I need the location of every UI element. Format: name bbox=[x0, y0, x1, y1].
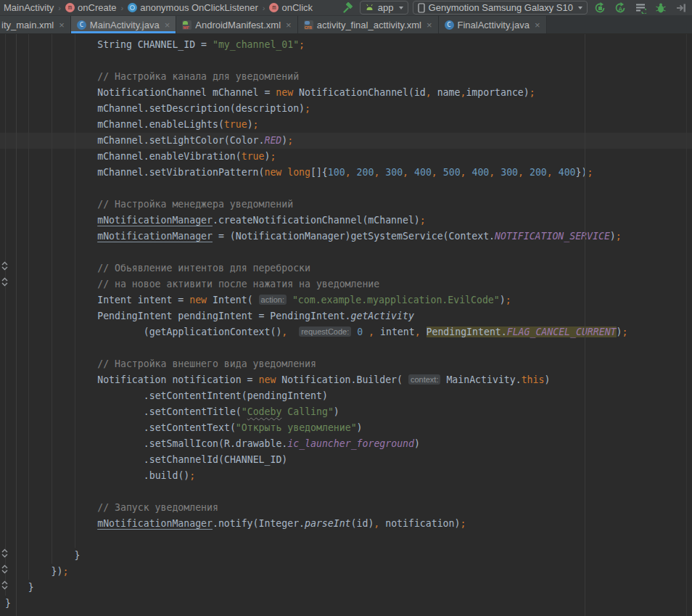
indent-guide bbox=[5, 34, 6, 596]
close-icon[interactable]: × bbox=[535, 20, 540, 30]
svg-text:A: A bbox=[618, 5, 623, 12]
breadcrumb-item-oncreate[interactable]: m onCreate bbox=[63, 2, 118, 13]
profiler-icon[interactable] bbox=[633, 1, 648, 15]
chevron-down-icon bbox=[399, 7, 403, 9]
right-margin-line bbox=[585, 34, 585, 616]
parameter-hint: action: bbox=[259, 295, 287, 305]
close-icon[interactable]: × bbox=[427, 20, 432, 30]
code-line[interactable]: .setContentIntent(pendingIntent) bbox=[0, 388, 692, 404]
tab-label: MainActivity.java bbox=[90, 20, 160, 30]
code-line[interactable]: Intent intent = new Intent( action: "com… bbox=[0, 292, 692, 308]
debug-icon[interactable] bbox=[653, 1, 669, 15]
code-line[interactable] bbox=[0, 245, 692, 260]
navigation-bar: MainActivity › m onCreate › anonymous On… bbox=[0, 0, 692, 16]
code-line[interactable]: mChannel.enableVibration(true); bbox=[0, 149, 692, 165]
fold-marker-icon[interactable] bbox=[1, 564, 9, 578]
chevron-down-icon bbox=[578, 7, 582, 9]
close-icon[interactable]: × bbox=[286, 20, 292, 30]
build-hammer-icon[interactable] bbox=[339, 1, 355, 15]
code-line[interactable]: PendingIntent pendingIntent = PendingInt… bbox=[0, 308, 692, 324]
gutter-border bbox=[16, 34, 17, 616]
code-line[interactable]: // на новое активити после нажатия на ув… bbox=[0, 276, 692, 292]
code-line[interactable]: .setContentText("Открыть уведомление") bbox=[0, 420, 692, 436]
code-line[interactable]: mChannel.setVibrationPattern(new long[]{… bbox=[0, 165, 692, 181]
layout-xml-icon bbox=[304, 20, 313, 30]
code-line[interactable]: Notification notification = new Notifica… bbox=[0, 372, 692, 388]
code-line[interactable]: } bbox=[0, 596, 692, 612]
tab-finalacttivity-java[interactable]: C FinalActtivity.java × bbox=[439, 16, 547, 33]
breadcrumb-item-onclick[interactable]: m onClick bbox=[267, 2, 315, 13]
tab-label: AndroidManifest.xml bbox=[195, 20, 281, 30]
tab-activity-final-acttivity-xml[interactable]: activity_final_acttivity.xml × bbox=[298, 16, 439, 33]
code-line[interactable]: mNotificationManager.notify(Integer.pars… bbox=[0, 516, 692, 532]
indent-guide bbox=[28, 34, 29, 580]
breadcrumb-label: anonymous OnClickListener bbox=[140, 2, 258, 13]
code-area[interactable]: String CHANNEL_ID = "my_channel_01";// Н… bbox=[0, 34, 692, 612]
code-line[interactable] bbox=[0, 181, 692, 197]
run-configuration-label: app bbox=[378, 2, 394, 13]
code-line[interactable]: .setContentTitle("Codeby Calling") bbox=[0, 404, 692, 420]
code-line[interactable]: // Настройка менеджера уведомлений bbox=[0, 197, 692, 213]
code-line[interactable]: .build(); bbox=[0, 468, 692, 484]
tab-androidmanifest-xml[interactable]: AndroidManifest.xml × bbox=[176, 16, 297, 33]
java-class-icon: C bbox=[445, 20, 454, 30]
java-class-icon: C bbox=[77, 20, 86, 30]
attach-debugger-icon[interactable] bbox=[673, 1, 689, 15]
run-configuration-selector[interactable]: app bbox=[360, 1, 408, 15]
code-line[interactable]: mChannel.setDescription(description); bbox=[0, 101, 692, 117]
scrollbar-track-border bbox=[686, 34, 687, 616]
code-line[interactable]: mChannel.enableLights(true); bbox=[0, 117, 692, 133]
code-line[interactable]: // Обьявление интентов для переброски bbox=[0, 260, 692, 276]
close-icon[interactable]: × bbox=[165, 20, 170, 30]
breadcrumb-separator: › bbox=[262, 4, 266, 12]
breadcrumb-separator: › bbox=[57, 4, 62, 12]
device-label: Genymotion Samsung Galaxy S10 bbox=[429, 2, 573, 13]
code-line[interactable]: .setSmallIcon(R.drawable.ic_launcher_for… bbox=[0, 436, 692, 452]
code-line[interactable]: } bbox=[0, 580, 692, 596]
breadcrumb-item-anonymous-onclicklistener[interactable]: anonymous OnClickListener bbox=[125, 2, 260, 13]
breadcrumb: MainActivity › m onCreate › anonymous On… bbox=[1, 2, 315, 13]
tab-label: ity_main.xml bbox=[1, 20, 54, 30]
tab-activity-main-xml[interactable]: ity_main.xml × bbox=[0, 16, 71, 33]
code-line[interactable]: .setChannelId(CHANNEL_ID) bbox=[0, 452, 692, 468]
indent-guide bbox=[52, 34, 52, 564]
code-line[interactable] bbox=[0, 532, 692, 548]
tab-label: activity_final_acttivity.xml bbox=[317, 20, 421, 30]
code-line-current[interactable]: mChannel.setLightColor(Color.RED); bbox=[0, 133, 692, 149]
code-line[interactable]: }); bbox=[0, 564, 692, 580]
code-editor[interactable]: String CHANNEL_ID = "my_channel_01";// Н… bbox=[0, 34, 692, 616]
fold-marker-icon[interactable] bbox=[1, 580, 9, 594]
manifest-file-icon bbox=[182, 20, 191, 30]
anonymous-class-icon bbox=[128, 3, 137, 12]
fold-marker-icon[interactable] bbox=[1, 260, 9, 274]
code-line[interactable]: // Настройка канала для уведомлений bbox=[0, 69, 692, 85]
method-icon: m bbox=[269, 3, 279, 12]
code-line[interactable] bbox=[0, 484, 692, 500]
phone-icon bbox=[418, 3, 425, 13]
breadcrumb-separator: › bbox=[120, 4, 125, 12]
code-line[interactable]: } bbox=[0, 548, 692, 564]
code-line[interactable]: mNotificationManager = (NotificationMana… bbox=[0, 229, 692, 245]
rerun-activity-icon[interactable] bbox=[592, 1, 608, 15]
fold-marker-icon[interactable] bbox=[1, 548, 9, 562]
breadcrumb-item-mainactivity[interactable]: MainActivity bbox=[1, 2, 56, 13]
breadcrumb-label: MainActivity bbox=[4, 2, 54, 13]
code-line[interactable] bbox=[0, 53, 692, 69]
parameter-hint: requestCode: bbox=[299, 327, 351, 337]
code-line[interactable]: // Запуск уведомления bbox=[0, 500, 692, 516]
editor-tab-bar: ity_main.xml × C MainActivity.java × And… bbox=[0, 16, 692, 33]
device-selector[interactable]: Genymotion Samsung Galaxy S10 bbox=[413, 1, 588, 15]
fold-marker-icon[interactable] bbox=[1, 276, 9, 290]
code-line[interactable]: mNotificationManager.createNotificationC… bbox=[0, 213, 692, 229]
breadcrumb-label: onClick bbox=[281, 2, 313, 13]
code-line[interactable]: NotificationChannel mChannel = new Notif… bbox=[0, 85, 692, 101]
code-line[interactable]: // Настройка внешнего вида уведомления bbox=[0, 356, 692, 372]
code-line[interactable]: (getApplicationContext(), requestCode: 0… bbox=[0, 324, 692, 340]
code-line[interactable]: String CHANNEL_ID = "my_channel_01"; bbox=[0, 37, 692, 53]
tab-mainactivity-java[interactable]: C MainActivity.java × bbox=[71, 16, 176, 33]
method-icon: m bbox=[65, 3, 75, 12]
code-line[interactable] bbox=[0, 340, 692, 356]
close-icon[interactable]: × bbox=[59, 20, 65, 30]
apply-code-changes-icon[interactable]: A bbox=[612, 1, 628, 15]
android-icon bbox=[365, 4, 374, 12]
